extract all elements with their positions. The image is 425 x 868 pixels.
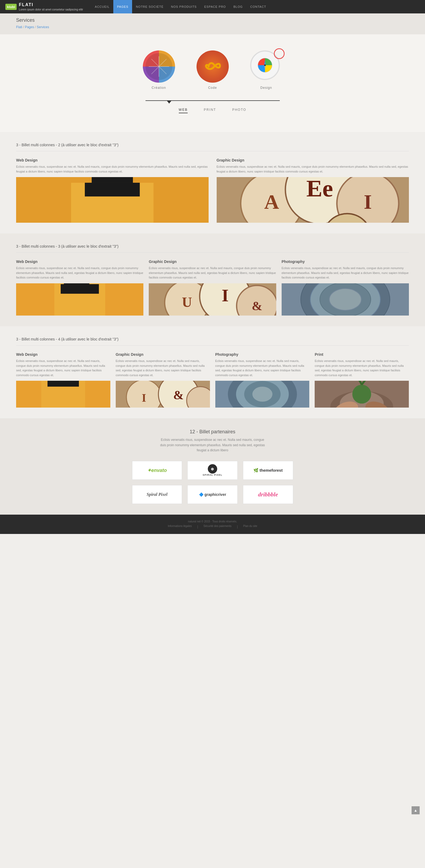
design-label: Design [261, 86, 272, 90]
footer-link-sitemap[interactable]: Plan du site [243, 525, 257, 529]
nav-links: ACCUEIL PAGES NOTRE SOCIÉTÉ NOS PRODUITS… [91, 0, 420, 13]
footer-link-legal[interactable]: Informations légales [168, 525, 192, 529]
tab-web[interactable]: WEB [179, 108, 188, 113]
breadcrumb-link-pages[interactable]: Pages [25, 25, 34, 29]
card-graphic-design-2: Graphic Design Eclisis venenatis risus, … [149, 259, 276, 315]
nav-contact[interactable]: CONTACT [246, 0, 270, 13]
section-4col: 3 - Billet multi colonnes - 4 (à utilise… [0, 326, 425, 418]
card-text-7: Eclisis venenatis risus, suspendisse ac … [116, 359, 210, 377]
svg-point-73 [353, 385, 371, 404]
breadcrumb-link-services[interactable]: Services [37, 25, 49, 29]
section-2col-title: 3 - Billet multi colonnes - 2 (à utilise… [16, 143, 409, 151]
partner-spiralpixelclub[interactable]: Spiral Pixel [132, 485, 182, 504]
graphic-design-img: A Ee I & [217, 177, 409, 223]
envato-label: ✦envato [147, 467, 167, 473]
footer-copyright: natural net © 2015 · Tous droits réservé… [5, 520, 420, 523]
svg-rect-16 [85, 183, 140, 196]
footer-sep-2: | [237, 525, 238, 529]
card-image-graphic: A Ee I & [217, 177, 409, 223]
card-title-9: Print [315, 352, 409, 356]
footer: natural net © 2015 · Tous droits réservé… [0, 515, 425, 534]
tabs-section: WEB PRINT PHOTO [11, 100, 414, 121]
tab-print[interactable]: PRINT [204, 108, 216, 113]
svg-rect-69 [215, 381, 309, 408]
web-img-svg [16, 177, 209, 223]
svg-text:Ee: Ee [306, 177, 333, 202]
footer-link-payment[interactable]: Sécurité des paiements [204, 525, 232, 529]
partner-themeforest[interactable]: 🌿 themeforest [243, 461, 293, 480]
footer-sep-1: | [197, 525, 198, 529]
design-ring [274, 48, 284, 59]
card-photography-2: Photography Eclisis venenatis risus, sus… [282, 259, 409, 315]
card-graphic-design-3: Graphic Design Eclisis venenatis risus, … [116, 352, 210, 408]
section-3col: 3 - Billet multi colonnes - 3 (à utilise… [0, 234, 425, 326]
spiral-pixel-co-content: ⊛ SPIRAL PIXEL [203, 464, 222, 476]
partners-title: 12 - Billet partenaires [16, 429, 409, 435]
nav-pages[interactable]: PAGES [113, 0, 132, 13]
section-2col: 3 - Billet multi colonnes - 2 (à utilise… [0, 132, 425, 234]
creation-icon [148, 56, 170, 77]
spiral-icon: ⊛ [208, 464, 217, 473]
dribbble-label: dribbble [258, 491, 278, 498]
logo-subtitle: Lorem ipsum dolor sit amet consetetur sa… [19, 8, 83, 11]
card-text-2: Eclisis venenatis risus, suspendisse ac … [217, 164, 409, 174]
photo-sm-svg [282, 283, 409, 315]
creation-label: Création [152, 86, 166, 90]
print-4col-svg [315, 381, 409, 408]
logo-title: FLATI [19, 2, 83, 7]
graphic-sm-svg: U I & [149, 283, 276, 315]
grid-3col: Web Design Eclisis venenatis risus, susp… [16, 259, 409, 315]
breadcrumb: Flati / Pages / Services [16, 25, 409, 29]
code-icon [203, 57, 222, 76]
breadcrumb-link-flati[interactable]: Flati [16, 25, 22, 29]
graphic-img-svg: A Ee I & [217, 177, 409, 223]
card-graphic-design-1: Graphic Design Eclisis venenatis risus, … [217, 158, 409, 223]
nav-espace-pro[interactable]: ESPACE PRO [201, 0, 230, 13]
hero-icons: Création Code [11, 51, 414, 90]
partner-graphicriver[interactable]: 🔷 graphicriver [187, 485, 238, 504]
card-title-3: Web Design [16, 259, 143, 264]
partner-envato[interactable]: ✦envato [132, 461, 182, 480]
svg-rect-33 [64, 283, 89, 284]
creation-circle [143, 51, 175, 83]
svg-text:U: U [182, 294, 192, 310]
photo-4col-svg [215, 381, 309, 408]
breadcrumb-section: Services Flati / Pages / Services [0, 13, 425, 34]
card-text-8: Eclisis venenatis risus, suspendisse ac … [215, 359, 309, 377]
nav-accueil[interactable]: ACCUEIL [91, 0, 113, 13]
card-text-6: Eclisis venenatis risus, suspendisse ac … [16, 359, 110, 377]
svg-point-8 [264, 64, 266, 66]
card-img-sm-graphic: U I & [149, 283, 276, 315]
tab-line-wrapper [146, 100, 280, 103]
card-text-3: Eclisis venenatis risus, suspendisse ac … [16, 266, 143, 280]
breadcrumb-sep: / [23, 25, 25, 29]
section-4col-title: 3 - Billet multi colonnes - 4 (à utilise… [16, 337, 409, 346]
card-title-4: Graphic Design [149, 259, 276, 264]
spiral-co-label: SPIRAL PIXEL [203, 473, 222, 476]
hero-section: Création Code [0, 34, 425, 132]
nav-blog[interactable]: BLOG [230, 0, 246, 13]
card-title-7: Graphic Design [116, 352, 210, 356]
hero-creation: Création [143, 51, 175, 90]
partner-spiralpixelco[interactable]: ⊛ SPIRAL PIXEL [187, 461, 238, 480]
partners-section: 12 - Billet partenaires Eclisis venenati… [0, 418, 425, 515]
graphicriver-label: 🔷 graphicriver [199, 492, 226, 497]
card-web-design-3: Web Design Eclisis venenatis risus, susp… [16, 352, 110, 408]
web-4col-img [16, 381, 110, 408]
nav-nos-produits[interactable]: NOS PRODUITS [167, 0, 201, 13]
partner-dribbble[interactable]: dribbble [243, 485, 293, 504]
svg-rect-34 [61, 284, 99, 294]
logo-text-block: FLATI Lorem ipsum dolor sit amet consete… [19, 2, 83, 11]
svg-text:A: A [264, 190, 279, 213]
compass-icon [257, 57, 273, 73]
card-text: Eclisis venenatis risus, suspendisse ac … [16, 164, 209, 174]
nav-notre-societe[interactable]: NOTRE SOCIÉTÉ [132, 0, 167, 13]
graphic-4col-svg: I & [116, 381, 210, 408]
card-web-design-2: Web Design Eclisis venenatis risus, susp… [16, 259, 143, 315]
tab-photo[interactable]: PHOTO [232, 108, 246, 113]
footer-links: Informations légales | Sécurité des paie… [5, 525, 420, 529]
design-wrapper [250, 51, 282, 83]
tab-line [146, 100, 280, 101]
card-text-5: Eclisis venenatis risus, suspendisse ac … [282, 266, 409, 280]
print-4col-img [315, 381, 409, 408]
